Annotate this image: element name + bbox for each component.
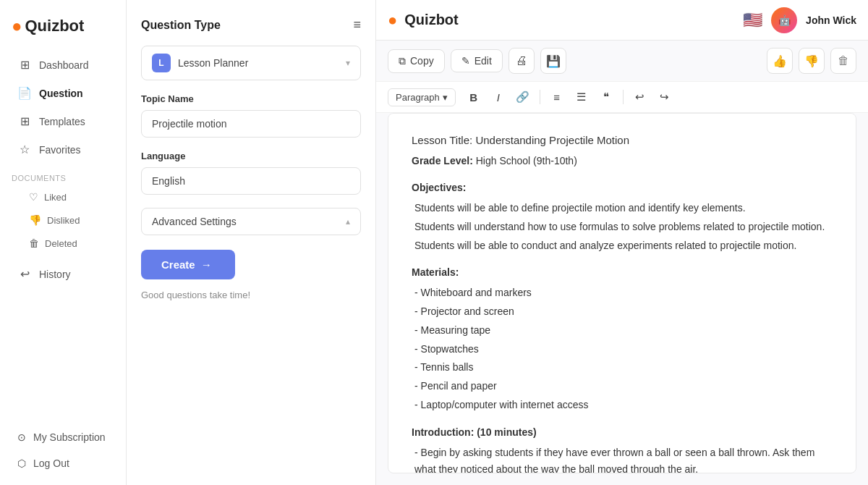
history-icon: ↩	[17, 267, 32, 281]
print-button[interactable]: 🖨	[509, 48, 535, 74]
material-2: - Projector and screen	[414, 303, 833, 321]
content-panel: ● Quizbot 🇺🇸 🤖 John Wick ⧉ Copy ✎	[376, 0, 868, 485]
objective-2: Students will understand how to use form…	[414, 219, 833, 236]
link-icon: 🔗	[516, 90, 529, 104]
form-header: Question Type ≡	[141, 17, 361, 33]
bold-button[interactable]: B	[463, 86, 485, 108]
user-flag-icon: 🇺🇸	[743, 11, 762, 30]
logout-label: Log Out	[33, 457, 69, 469]
sidebar-item-history[interactable]: ↩ History	[6, 261, 120, 287]
question-type-field[interactable]: L Lesson Planner ▾	[141, 46, 361, 80]
documents-section-label: Documents	[0, 168, 126, 185]
sidebar-item-liked[interactable]: ♡ Liked	[6, 186, 120, 208]
delete-button[interactable]: 🗑	[830, 48, 856, 74]
ordered-list-icon: ☰	[576, 90, 586, 104]
subscription-label: My Subscription	[33, 431, 106, 443]
sidebar-item-logout[interactable]: ⬡ Log Out	[6, 451, 120, 476]
italic-button[interactable]: I	[488, 86, 509, 108]
thumbs-down-icon: 👎	[804, 54, 819, 68]
material-7: - Laptop/computer with internet access	[414, 397, 833, 414]
divider	[540, 90, 540, 104]
redo-icon: ↪	[660, 90, 669, 104]
lesson-planner-icon: L	[152, 54, 171, 72]
material-5: - Tennis balls	[414, 359, 833, 376]
dislike-button[interactable]: 👎	[799, 48, 825, 74]
sidebar-item-label: Question	[39, 88, 83, 99]
redo-button[interactable]: ↪	[654, 86, 676, 108]
logout-icon: ⬡	[17, 457, 26, 469]
advanced-settings-toggle[interactable]: Advanced Settings ▴	[141, 208, 361, 235]
top-bar: ● Quizbot 🇺🇸 🤖 John Wick	[376, 0, 868, 41]
sidebar-item-favorites[interactable]: ☆ Favorites	[6, 136, 120, 163]
create-button[interactable]: Create →	[141, 250, 235, 279]
top-bar-logo: ● Quizbot	[388, 11, 459, 30]
arrow-right-icon: →	[201, 258, 212, 271]
hamburger-icon[interactable]: ≡	[353, 17, 361, 33]
trash-icon: 🗑	[838, 54, 849, 67]
ordered-list-button[interactable]: ☰	[571, 86, 592, 108]
sidebar-item-templates[interactable]: ⊞ Templates	[6, 108, 120, 135]
grade-prefix: Grade Level:	[412, 155, 473, 166]
edit-label: Edit	[475, 55, 492, 67]
templates-icon: ⊞	[17, 114, 32, 128]
objective-1: Students will be able to define projecti…	[414, 200, 833, 217]
action-right: 👍 👎 🗑	[767, 48, 856, 74]
copy-icon: ⧉	[399, 55, 406, 67]
chevron-up-icon: ▴	[346, 216, 350, 227]
link-button[interactable]: 🔗	[512, 86, 534, 108]
language-label: Language	[141, 151, 361, 161]
logo-text: Quizbot	[25, 17, 85, 35]
action-left: ⧉ Copy ✎ Edit 🖨 💾	[388, 48, 566, 74]
sidebar-item-dashboard[interactable]: ⊞ Dashboard	[6, 51, 120, 78]
save-button[interactable]: 💾	[540, 48, 566, 74]
sidebar-item-question[interactable]: 📄 Question	[6, 80, 120, 106]
language-field[interactable]: English	[141, 167, 361, 195]
undo-button[interactable]: ↩	[629, 86, 651, 108]
trash-icon: 🗑	[29, 237, 39, 249]
topic-name-label: Topic Name	[141, 93, 361, 104]
edit-button[interactable]: ✎ Edit	[451, 49, 503, 72]
question-icon: 📄	[17, 86, 32, 100]
save-icon: 💾	[546, 54, 561, 68]
templates-label: Templates	[39, 116, 85, 127]
top-bar-right: 🇺🇸 🤖 John Wick	[743, 7, 856, 33]
materials-header: Materials:	[412, 264, 833, 282]
sidebar-item-disliked[interactable]: 👎 Disliked	[6, 209, 120, 231]
sidebar-item-deleted[interactable]: 🗑 Deleted	[6, 232, 120, 254]
disliked-label: Disliked	[47, 215, 80, 226]
copy-button[interactable]: ⧉ Copy	[388, 49, 445, 73]
grade-level: Grade Level: High School (9th-10th)	[412, 153, 833, 170]
lesson-title: Lesson Title: Understanding Projectile M…	[412, 131, 833, 150]
action-toolbar: ⧉ Copy ✎ Edit 🖨 💾 👍 👎	[376, 41, 868, 81]
para-chevron-icon: ▾	[443, 92, 448, 103]
like-button[interactable]: 👍	[767, 48, 793, 74]
user-name: John Wick	[806, 14, 856, 26]
quote-icon: ❝	[603, 90, 609, 104]
objectives-header: Objectives:	[412, 180, 833, 197]
lesson-title-value: Understanding Projectile Motion	[475, 134, 629, 146]
divider	[623, 90, 624, 104]
subscription-icon: ⊙	[17, 431, 26, 443]
topic-name-field[interactable]	[141, 110, 361, 138]
bold-icon: B	[469, 91, 477, 104]
good-questions-text: Good questions take time!	[141, 290, 361, 300]
main-content: Question Type ≡ L Lesson Planner ▾ Topic…	[127, 0, 868, 485]
sidebar-item-subscription[interactable]: ⊙ My Subscription	[6, 425, 120, 450]
liked-icon: ♡	[29, 191, 38, 203]
star-icon: ☆	[17, 143, 32, 156]
lesson-title-prefix: Lesson Title:	[412, 134, 472, 146]
paragraph-select[interactable]: Paragraph ▾	[388, 88, 456, 106]
material-1: - Whiteboard and markers	[414, 284, 833, 302]
intro-header: Introduction: (10 minutes)	[412, 424, 833, 442]
quote-button[interactable]: ❝	[595, 86, 617, 108]
disliked-icon: 👎	[29, 214, 41, 226]
topic-name-input[interactable]	[152, 118, 350, 130]
unordered-list-button[interactable]: ≡	[546, 86, 568, 108]
advanced-settings-label: Advanced Settings	[152, 216, 237, 227]
form-title: Question Type	[141, 19, 221, 32]
edit-icon: ✎	[461, 55, 470, 67]
liked-label: Liked	[44, 192, 67, 203]
print-icon: 🖨	[516, 54, 527, 67]
chevron-down-icon: ▾	[346, 58, 350, 68]
intro-item-1: - Begin by asking students if they have …	[414, 444, 833, 473]
